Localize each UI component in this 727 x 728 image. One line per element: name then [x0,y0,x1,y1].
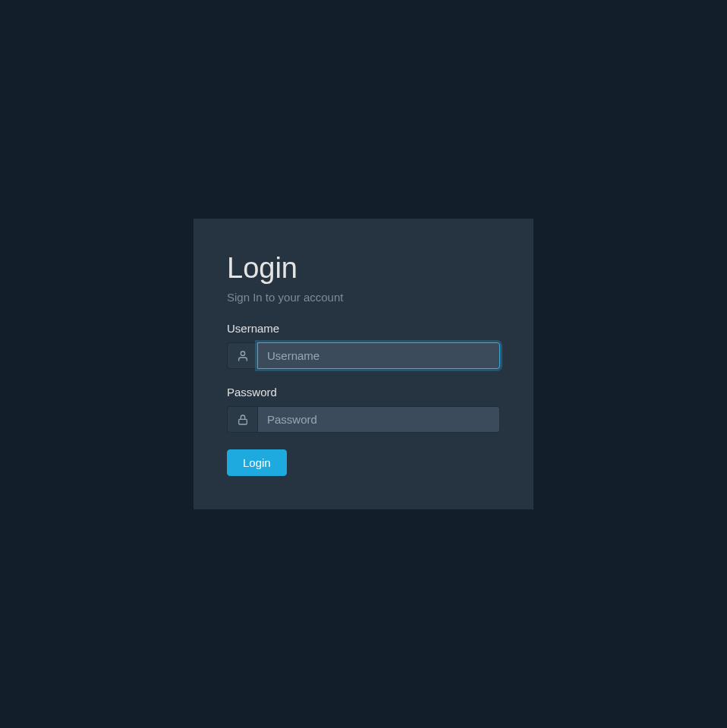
password-input-group [227,406,500,433]
password-label: Password [227,386,500,399]
svg-rect-1 [238,419,247,424]
svg-point-0 [241,351,244,355]
user-icon [227,342,257,369]
page-title: Login [227,252,500,285]
login-card: Login Sign In to your account Username P… [194,219,533,509]
password-input[interactable] [257,406,500,433]
username-label: Username [227,322,500,335]
username-input[interactable] [257,342,500,369]
username-input-group [227,342,500,369]
lock-icon [227,406,257,433]
page-subtitle: Sign In to your account [227,291,500,304]
login-button[interactable]: Login [227,449,287,476]
